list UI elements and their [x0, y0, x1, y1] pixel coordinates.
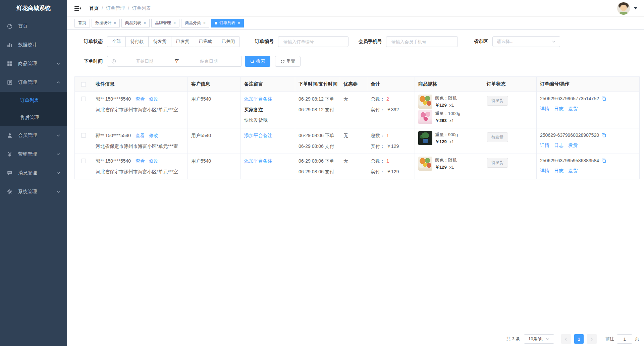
submenu-item-label: 售后管理 — [20, 115, 39, 121]
col-coupon: 优惠券 — [340, 77, 367, 92]
goto-page-input[interactable] — [617, 334, 632, 344]
row-checkbox[interactable] — [81, 133, 86, 138]
col-total: 合计 — [367, 77, 415, 92]
detail-link[interactable]: 详情 — [540, 142, 549, 148]
product-spec: 颜色：随机 — [435, 157, 457, 164]
sidebar-menu: 首页 数据统计 商品管理 订单管理 订单列表 售后管理 会员管理 营销管理 — [0, 17, 67, 346]
tab-home[interactable]: 首页 — [74, 19, 90, 27]
sidebar-item-order-list[interactable]: 订单列表 — [0, 92, 67, 109]
close-icon[interactable]: × — [144, 21, 146, 25]
row-checkbox[interactable] — [81, 97, 86, 101]
phone-input[interactable] — [386, 36, 458, 47]
orders-table: 收件信息 客户信息 备注留言 下单时间/支付时间 优惠券 合计 商品规格 订单状… — [74, 76, 640, 179]
sidebar-item-members[interactable]: 会员管理 — [0, 126, 67, 145]
close-icon[interactable]: × — [238, 21, 240, 25]
product-spec: 重量：900g — [435, 131, 458, 138]
log-link[interactable]: 日志 — [554, 106, 564, 111]
col-spec: 商品规格 — [415, 77, 483, 92]
paid-amount: ￥129 — [386, 169, 399, 174]
select-all-checkbox[interactable] — [81, 82, 86, 87]
copy-icon[interactable] — [601, 133, 606, 137]
status-filter-unshipped[interactable]: 待发货 — [149, 36, 171, 47]
tab-brands[interactable]: 品牌管理× — [151, 19, 179, 27]
table-header-row: 收件信息 客户信息 备注留言 下单时间/支付时间 优惠券 合计 商品规格 订单状… — [75, 77, 640, 92]
ship-link[interactable]: 发货 — [568, 142, 578, 148]
sidebar-item-aftersale[interactable]: 售后管理 — [0, 109, 67, 126]
next-page-button[interactable] — [587, 334, 597, 344]
avatar[interactable] — [617, 2, 630, 15]
filter-label-phone: 会员手机号 — [359, 39, 382, 45]
sidebar-item-label: 会员管理 — [18, 132, 37, 138]
ship-link[interactable]: 发货 — [568, 168, 578, 173]
tab-goods-list[interactable]: 商品列表× — [121, 19, 150, 27]
add-remark-link[interactable]: 添加平台备注 — [244, 96, 272, 102]
product-thumbnail — [418, 157, 432, 171]
ship-link[interactable]: 发货 — [568, 106, 578, 111]
tab-categories[interactable]: 商品分类× — [181, 19, 209, 27]
search-button[interactable]: 搜索 — [245, 56, 270, 67]
reset-button[interactable]: 重置 — [275, 56, 301, 67]
status-filter-all[interactable]: 全部 — [107, 36, 126, 47]
filter-label-order-time: 下单时间 — [84, 58, 103, 64]
product-item: 颜色：随机￥129x1 — [418, 157, 480, 171]
sidebar-item-label: 系统管理 — [18, 189, 37, 195]
view-link[interactable]: 查看 — [136, 158, 145, 164]
chevron-down-icon — [56, 171, 60, 175]
region-select[interactable]: 请选择... — [492, 36, 560, 47]
sidebar-item-goods[interactable]: 商品管理 — [0, 54, 67, 73]
status-filter-shipped[interactable]: 已发货 — [171, 36, 194, 47]
add-remark-link[interactable]: 添加平台备注 — [244, 133, 272, 138]
orders-icon — [7, 79, 13, 85]
tab-order-list[interactable]: 订单列表× — [211, 19, 244, 27]
sidebar-item-orders[interactable]: 订单管理 — [0, 73, 67, 92]
sidebar-item-marketing[interactable]: 营销管理 — [0, 145, 67, 164]
sidebar-item-home[interactable]: 首页 — [0, 17, 67, 36]
col-time: 下单时间/支付时间 — [295, 77, 340, 92]
status-filter-unpaid[interactable]: 待付款 — [126, 36, 149, 47]
pay-time: 06-29 08:06 支付 — [299, 143, 336, 150]
sidebar-item-stats[interactable]: 数据统计 — [0, 36, 67, 54]
detail-link[interactable]: 详情 — [540, 168, 549, 173]
close-icon[interactable]: × — [173, 21, 176, 25]
copy-icon[interactable] — [601, 96, 606, 101]
sidebar-item-messages[interactable]: 消息管理 — [0, 164, 67, 182]
avatar-caret-icon[interactable] — [634, 7, 637, 9]
log-link[interactable]: 日志 — [554, 142, 564, 148]
view-link[interactable]: 查看 — [136, 96, 145, 102]
edit-link[interactable]: 修改 — [149, 96, 158, 102]
close-icon[interactable]: × — [203, 21, 206, 25]
tab-stats[interactable]: 数据统计× — [92, 19, 120, 27]
add-remark-link[interactable]: 添加平台备注 — [244, 158, 272, 164]
collapse-sidebar-icon[interactable] — [74, 5, 81, 11]
sidebar-item-label: 首页 — [18, 23, 28, 29]
view-link[interactable]: 查看 — [136, 133, 145, 138]
coupon-value: 无 — [343, 158, 364, 164]
product-price: ￥129 — [435, 103, 447, 108]
receiver-address: 河北省保定市涿州市海富小区*单元***室 — [96, 169, 184, 175]
close-icon[interactable]: × — [114, 21, 116, 25]
prev-page-button[interactable] — [561, 334, 571, 344]
log-link[interactable]: 日志 — [554, 168, 564, 173]
detail-link[interactable]: 详情 — [540, 106, 549, 111]
date-range-picker[interactable]: 开始日期 至 结束日期 — [107, 56, 242, 67]
edit-link[interactable]: 修改 — [149, 133, 158, 138]
breadcrumb-home[interactable]: 首页 — [89, 5, 99, 11]
page-size-select[interactable]: 10条/页 — [524, 334, 554, 344]
product-price: ￥129 — [435, 165, 447, 170]
tabbar: 首页 数据统计× 商品列表× 品牌管理× 商品分类× 订单列表× — [67, 17, 644, 30]
goto-suffix: 页 — [635, 336, 639, 342]
status-filter-closed[interactable]: 已关闭 — [217, 36, 240, 47]
pagination-total: 共 3 条 — [506, 336, 520, 342]
edit-link[interactable]: 修改 — [149, 158, 158, 164]
sidebar: 鲜花商城系统 首页 数据统计 商品管理 订单管理 订单列表 售后管理 会员管理 — [0, 0, 67, 346]
sidebar-item-settings[interactable]: 系统管理 — [0, 182, 67, 201]
order-no-input[interactable] — [278, 36, 348, 47]
table-row: 郭** 150****5540查看修改 河北省保定市涿州市海富小区*单元***室… — [75, 154, 640, 179]
receiver-address: 河北省保定市涿州市海富小区*单元***室 — [96, 143, 184, 150]
pagination: 共 3 条 10条/页 1 前往 页 — [506, 334, 639, 344]
page-number-1[interactable]: 1 — [574, 334, 584, 344]
status-filter-completed[interactable]: 已完成 — [194, 36, 217, 47]
row-checkbox[interactable] — [81, 159, 86, 163]
sidebar-item-label: 数据统计 — [18, 42, 37, 48]
copy-icon[interactable] — [601, 158, 606, 163]
